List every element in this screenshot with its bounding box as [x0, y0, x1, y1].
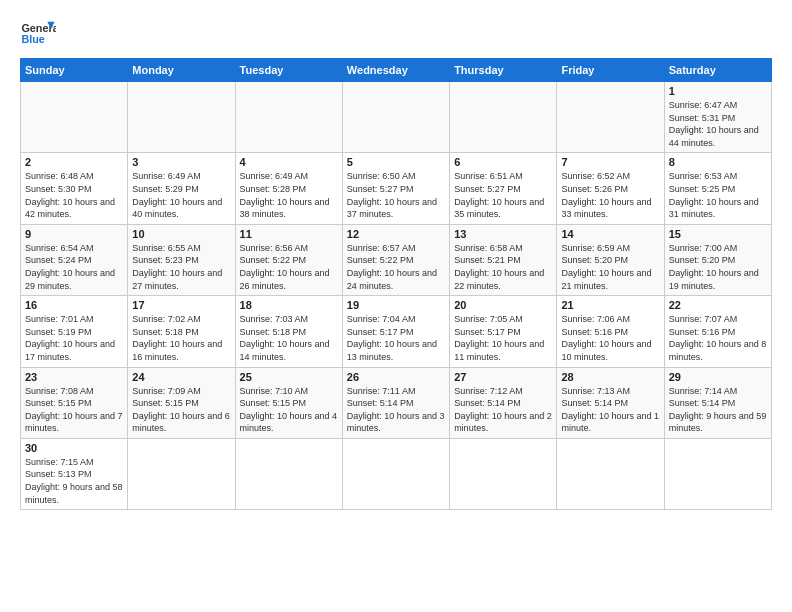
day-info: Sunrise: 6:56 AM Sunset: 5:22 PM Dayligh… [240, 242, 338, 292]
calendar-cell: 8Sunrise: 6:53 AM Sunset: 5:25 PM Daylig… [664, 153, 771, 224]
calendar-cell: 5Sunrise: 6:50 AM Sunset: 5:27 PM Daylig… [342, 153, 449, 224]
calendar-cell: 9Sunrise: 6:54 AM Sunset: 5:24 PM Daylig… [21, 224, 128, 295]
calendar-cell: 26Sunrise: 7:11 AM Sunset: 5:14 PM Dayli… [342, 367, 449, 438]
day-number: 30 [25, 442, 123, 454]
calendar-cell: 24Sunrise: 7:09 AM Sunset: 5:15 PM Dayli… [128, 367, 235, 438]
logo-icon: General Blue [20, 16, 56, 52]
day-info: Sunrise: 6:55 AM Sunset: 5:23 PM Dayligh… [132, 242, 230, 292]
day-info: Sunrise: 6:58 AM Sunset: 5:21 PM Dayligh… [454, 242, 552, 292]
weekday-saturday: Saturday [664, 59, 771, 82]
calendar-cell: 15Sunrise: 7:00 AM Sunset: 5:20 PM Dayli… [664, 224, 771, 295]
day-info: Sunrise: 7:12 AM Sunset: 5:14 PM Dayligh… [454, 385, 552, 435]
page: General Blue SundayMondayTuesdayWednesda… [0, 0, 792, 520]
calendar-cell: 2Sunrise: 6:48 AM Sunset: 5:30 PM Daylig… [21, 153, 128, 224]
day-number: 22 [669, 299, 767, 311]
day-info: Sunrise: 6:49 AM Sunset: 5:29 PM Dayligh… [132, 170, 230, 220]
calendar-week-0: 1Sunrise: 6:47 AM Sunset: 5:31 PM Daylig… [21, 82, 772, 153]
day-info: Sunrise: 6:53 AM Sunset: 5:25 PM Dayligh… [669, 170, 767, 220]
day-info: Sunrise: 6:48 AM Sunset: 5:30 PM Dayligh… [25, 170, 123, 220]
day-number: 21 [561, 299, 659, 311]
day-number: 6 [454, 156, 552, 168]
weekday-header-row: SundayMondayTuesdayWednesdayThursdayFrid… [21, 59, 772, 82]
day-info: Sunrise: 7:00 AM Sunset: 5:20 PM Dayligh… [669, 242, 767, 292]
day-info: Sunrise: 6:51 AM Sunset: 5:27 PM Dayligh… [454, 170, 552, 220]
calendar-cell: 23Sunrise: 7:08 AM Sunset: 5:15 PM Dayli… [21, 367, 128, 438]
calendar-cell: 29Sunrise: 7:14 AM Sunset: 5:14 PM Dayli… [664, 367, 771, 438]
calendar-cell [450, 82, 557, 153]
day-number: 14 [561, 228, 659, 240]
day-info: Sunrise: 7:13 AM Sunset: 5:14 PM Dayligh… [561, 385, 659, 435]
day-info: Sunrise: 7:08 AM Sunset: 5:15 PM Dayligh… [25, 385, 123, 435]
day-number: 18 [240, 299, 338, 311]
day-info: Sunrise: 6:49 AM Sunset: 5:28 PM Dayligh… [240, 170, 338, 220]
calendar-cell: 28Sunrise: 7:13 AM Sunset: 5:14 PM Dayli… [557, 367, 664, 438]
day-number: 24 [132, 371, 230, 383]
day-info: Sunrise: 6:52 AM Sunset: 5:26 PM Dayligh… [561, 170, 659, 220]
day-number: 4 [240, 156, 338, 168]
weekday-wednesday: Wednesday [342, 59, 449, 82]
calendar-cell [450, 438, 557, 509]
day-number: 1 [669, 85, 767, 97]
day-number: 17 [132, 299, 230, 311]
header: General Blue [20, 16, 772, 52]
calendar: SundayMondayTuesdayWednesdayThursdayFrid… [20, 58, 772, 510]
calendar-cell: 1Sunrise: 6:47 AM Sunset: 5:31 PM Daylig… [664, 82, 771, 153]
calendar-cell: 6Sunrise: 6:51 AM Sunset: 5:27 PM Daylig… [450, 153, 557, 224]
calendar-cell: 4Sunrise: 6:49 AM Sunset: 5:28 PM Daylig… [235, 153, 342, 224]
weekday-tuesday: Tuesday [235, 59, 342, 82]
weekday-thursday: Thursday [450, 59, 557, 82]
day-info: Sunrise: 7:06 AM Sunset: 5:16 PM Dayligh… [561, 313, 659, 363]
calendar-week-3: 16Sunrise: 7:01 AM Sunset: 5:19 PM Dayli… [21, 296, 772, 367]
day-number: 15 [669, 228, 767, 240]
day-info: Sunrise: 7:01 AM Sunset: 5:19 PM Dayligh… [25, 313, 123, 363]
day-number: 7 [561, 156, 659, 168]
day-info: Sunrise: 7:10 AM Sunset: 5:15 PM Dayligh… [240, 385, 338, 435]
calendar-cell: 18Sunrise: 7:03 AM Sunset: 5:18 PM Dayli… [235, 296, 342, 367]
day-number: 20 [454, 299, 552, 311]
day-number: 27 [454, 371, 552, 383]
calendar-cell [235, 82, 342, 153]
calendar-cell: 10Sunrise: 6:55 AM Sunset: 5:23 PM Dayli… [128, 224, 235, 295]
calendar-week-5: 30Sunrise: 7:15 AM Sunset: 5:13 PM Dayli… [21, 438, 772, 509]
calendar-cell: 19Sunrise: 7:04 AM Sunset: 5:17 PM Dayli… [342, 296, 449, 367]
day-info: Sunrise: 7:11 AM Sunset: 5:14 PM Dayligh… [347, 385, 445, 435]
calendar-cell: 7Sunrise: 6:52 AM Sunset: 5:26 PM Daylig… [557, 153, 664, 224]
day-info: Sunrise: 7:07 AM Sunset: 5:16 PM Dayligh… [669, 313, 767, 363]
day-number: 2 [25, 156, 123, 168]
day-info: Sunrise: 7:15 AM Sunset: 5:13 PM Dayligh… [25, 456, 123, 506]
day-info: Sunrise: 7:04 AM Sunset: 5:17 PM Dayligh… [347, 313, 445, 363]
calendar-week-2: 9Sunrise: 6:54 AM Sunset: 5:24 PM Daylig… [21, 224, 772, 295]
calendar-cell: 21Sunrise: 7:06 AM Sunset: 5:16 PM Dayli… [557, 296, 664, 367]
calendar-cell [21, 82, 128, 153]
calendar-week-1: 2Sunrise: 6:48 AM Sunset: 5:30 PM Daylig… [21, 153, 772, 224]
day-info: Sunrise: 7:14 AM Sunset: 5:14 PM Dayligh… [669, 385, 767, 435]
calendar-cell [664, 438, 771, 509]
day-number: 25 [240, 371, 338, 383]
calendar-cell: 30Sunrise: 7:15 AM Sunset: 5:13 PM Dayli… [21, 438, 128, 509]
day-number: 26 [347, 371, 445, 383]
calendar-cell: 25Sunrise: 7:10 AM Sunset: 5:15 PM Dayli… [235, 367, 342, 438]
calendar-cell [235, 438, 342, 509]
calendar-cell: 20Sunrise: 7:05 AM Sunset: 5:17 PM Dayli… [450, 296, 557, 367]
day-info: Sunrise: 6:59 AM Sunset: 5:20 PM Dayligh… [561, 242, 659, 292]
calendar-cell [128, 82, 235, 153]
calendar-cell [128, 438, 235, 509]
calendar-cell: 13Sunrise: 6:58 AM Sunset: 5:21 PM Dayli… [450, 224, 557, 295]
calendar-cell [557, 438, 664, 509]
day-number: 11 [240, 228, 338, 240]
day-info: Sunrise: 6:54 AM Sunset: 5:24 PM Dayligh… [25, 242, 123, 292]
day-number: 5 [347, 156, 445, 168]
day-number: 10 [132, 228, 230, 240]
day-number: 13 [454, 228, 552, 240]
calendar-cell: 27Sunrise: 7:12 AM Sunset: 5:14 PM Dayli… [450, 367, 557, 438]
calendar-cell: 3Sunrise: 6:49 AM Sunset: 5:29 PM Daylig… [128, 153, 235, 224]
day-number: 9 [25, 228, 123, 240]
day-info: Sunrise: 7:09 AM Sunset: 5:15 PM Dayligh… [132, 385, 230, 435]
day-number: 29 [669, 371, 767, 383]
calendar-cell: 12Sunrise: 6:57 AM Sunset: 5:22 PM Dayli… [342, 224, 449, 295]
calendar-cell: 22Sunrise: 7:07 AM Sunset: 5:16 PM Dayli… [664, 296, 771, 367]
svg-text:Blue: Blue [21, 33, 44, 45]
calendar-cell: 17Sunrise: 7:02 AM Sunset: 5:18 PM Dayli… [128, 296, 235, 367]
calendar-cell [342, 438, 449, 509]
calendar-cell [342, 82, 449, 153]
